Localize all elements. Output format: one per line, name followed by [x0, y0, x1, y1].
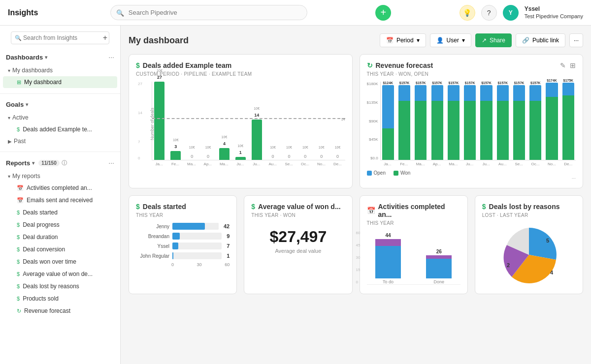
horiz-bar-track-2: [172, 243, 222, 249]
bulb-icon-btn[interactable]: 💡: [460, 5, 475, 21]
sidebar-item-my-dashboard[interactable]: ⊞ My dashboard: [3, 76, 117, 88]
deals-added-icon: $: [136, 61, 140, 69]
deal-progress-icon: $: [17, 222, 20, 228]
sidebar-item-emails[interactable]: 📅 Emails sent and received: [3, 194, 117, 206]
activities-card: 📅 Activities completed an... THIS YEAR 6…: [360, 195, 468, 294]
products-sold-icon: $: [17, 296, 20, 302]
share-button[interactable]: ↗ Share: [475, 33, 512, 47]
revenue-forecast-card-icon: ↻: [367, 61, 373, 69]
bar-group-2: 010€: [185, 82, 199, 160]
rev-bar-value-0: $124K: [383, 81, 393, 85]
pie-label-2: 2: [507, 262, 510, 268]
legend-open-dot: [367, 171, 372, 176]
public-link-button[interactable]: 🔗 Public link: [516, 33, 565, 47]
period-chevron: ▾: [417, 37, 420, 44]
pie-chart-container: 5 4 2: [482, 223, 576, 287]
sidebar-item-deal-duration[interactable]: $ Deal duration: [3, 231, 117, 243]
done-todo-seg: [426, 255, 452, 259]
sidebar-add-button[interactable]: +: [103, 33, 107, 42]
deals-added-chart: Number of deals 27 14 7 0 14 2710€: [136, 82, 345, 166]
rev-bar-open-4: [448, 85, 460, 101]
todo-stack: [375, 239, 401, 278]
edit-icon[interactable]: ✎: [560, 61, 566, 69]
activities-label: Activities completed an...: [27, 184, 92, 191]
deals-added-meta: CUSTOM PERIOD · PIPELINE · EXAMPLE TEAM: [136, 71, 345, 77]
rev-bar-open-1: [398, 85, 410, 101]
sidebar-item-products-sold[interactable]: $ Products sold: [3, 293, 117, 304]
rev-bar-won-2: [415, 101, 427, 160]
avg-value-card: $ Average value of won d... THIS YEAR · …: [244, 195, 352, 294]
pie-segment-blue: [529, 228, 557, 260]
dashboards-more-icon[interactable]: ···: [108, 53, 114, 61]
my-dashboards-header[interactable]: ▾ My dashboards: [0, 65, 120, 76]
target-label-0: 10€: [157, 69, 163, 72]
past-header[interactable]: ▶ Past: [0, 136, 120, 147]
target-label-5: 10€: [237, 144, 243, 148]
dashboards-chevron: ▾: [45, 55, 47, 60]
rev-bar-value-11: $175K: [563, 79, 574, 82]
x-label-9: Oc...: [298, 162, 313, 166]
avg-value-sub: Average deal value: [251, 248, 345, 254]
horiz-bar-value-0: 42: [224, 223, 230, 229]
dashboard-header: My dashboard 📅 Period ▾ 👤 User ▾ ↗ Share: [129, 33, 583, 47]
sidebar-item-deals-lost[interactable]: $ Deals lost by reasons: [3, 280, 117, 292]
rev-x-label-1: Fe...: [396, 162, 411, 166]
reports-section-header[interactable]: Reports ▾ 11/150 ⓘ ···: [0, 156, 120, 170]
deals-lost-title: $ Deals lost by reasons: [482, 203, 560, 211]
expand-icon[interactable]: ⊞: [570, 61, 576, 69]
sidebar-item-deal-progress[interactable]: $ Deal progress: [3, 219, 117, 231]
sidebar-item-revenue-forecast[interactable]: ↻ Revenue forecast: [3, 305, 117, 317]
sidebar-item-avg-value[interactable]: $ Average value of won de...: [3, 268, 117, 280]
active-header[interactable]: ▾ Active: [0, 112, 120, 123]
bar-group-4: 410€: [217, 82, 232, 160]
sidebar-search-input[interactable]: [11, 31, 109, 44]
add-button[interactable]: +: [375, 5, 391, 21]
rev-bar-stack-5: [464, 85, 476, 160]
more-actions-button[interactable]: ···: [569, 33, 583, 47]
user-button[interactable]: 👤 User ▾: [430, 33, 471, 47]
revenue-forecast-meta: THIS YEAR · WON, OPEN: [367, 71, 576, 77]
reports-info-icon[interactable]: ⓘ: [62, 159, 67, 167]
reports-more-icon[interactable]: ···: [108, 159, 114, 167]
deals-won-icon: $: [17, 259, 20, 265]
sidebar-item-deal-conversion[interactable]: $ Deal conversion: [3, 243, 117, 255]
revenue-forecast-actions: ✎ ⊞: [560, 61, 576, 69]
x-label-4: Ma...: [217, 162, 231, 166]
revenue-legend: Open Won: [367, 170, 576, 176]
deals-started-label: Deals started: [23, 209, 58, 216]
pie-chart: 5 4 2: [497, 223, 561, 287]
deal-duration-icon: $: [17, 234, 20, 240]
help-icon-btn[interactable]: ?: [481, 5, 497, 21]
rev-bar-value-8: $157K: [514, 81, 525, 85]
horiz-bar-label-0: Jenny: [136, 224, 169, 229]
bar-value-label-4: 4: [223, 141, 226, 146]
dashboards-section-header[interactable]: Dashboards ▾ ···: [0, 50, 120, 64]
my-reports-header[interactable]: ▾ My reports: [0, 171, 120, 182]
sidebar-item-deals-started[interactable]: $ Deals started: [3, 207, 117, 218]
goals-section-header[interactable]: Goals ▾: [0, 98, 120, 111]
horiz-bar-label-1: Breandan: [136, 234, 169, 239]
horiz-bar-row-1: Breandan9: [136, 233, 230, 240]
global-search-input[interactable]: [110, 5, 307, 20]
rev-x-label-10: No...: [544, 162, 559, 166]
rev-bar-value-1: $157K: [399, 81, 410, 85]
deals-started-card-icon: $: [136, 203, 140, 211]
more-options[interactable]: ···: [367, 176, 576, 181]
my-reports-label: My reports: [12, 173, 40, 180]
sidebar-item-activities[interactable]: 📅 Activities completed an...: [3, 182, 117, 194]
done-stack: [426, 255, 452, 278]
todo-todo-seg: [375, 239, 401, 246]
period-button[interactable]: 📅 Period ▾: [380, 33, 426, 47]
target-label-zero-3: 10€: [205, 146, 211, 149]
sidebar-item-deals-added-goal[interactable]: $ Deals added Example te...: [3, 123, 117, 135]
bar-group-6: 1410€: [249, 82, 264, 160]
rev-bar-open-7: [497, 85, 509, 101]
y-label-135k: $135K: [367, 100, 378, 105]
bar-value-label-6: 14: [254, 113, 259, 118]
sidebar-item-deals-won[interactable]: $ Deals won over time: [3, 256, 117, 268]
bar-fill-4: 410€: [219, 148, 230, 160]
bar-zero-label-2: 0: [191, 154, 193, 159]
target-label-zero-11: 10€: [335, 146, 341, 149]
horiz-bar-value-3: 1: [227, 253, 230, 259]
todo-bar-group: 44 To do: [367, 233, 410, 284]
